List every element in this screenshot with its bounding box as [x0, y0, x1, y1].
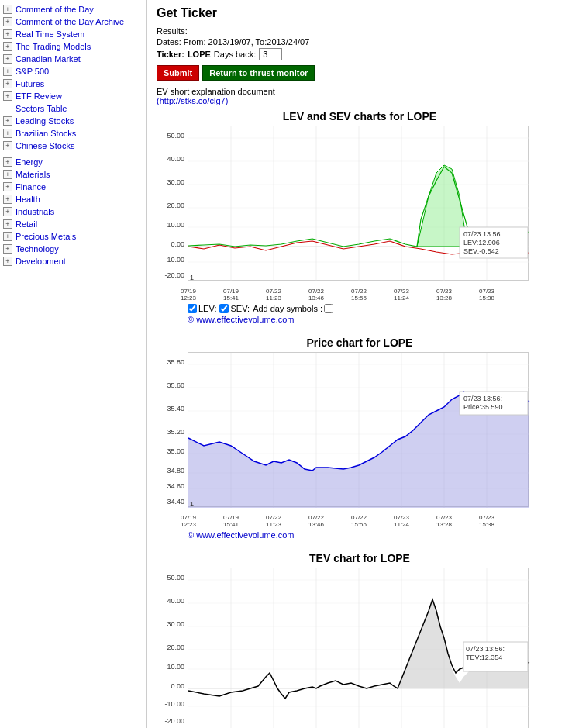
days-back-input[interactable] — [259, 48, 282, 60]
svg-text:13:46: 13:46 — [308, 295, 325, 302]
svg-text:07/19: 07/19 — [223, 288, 239, 295]
svg-text:07/23: 07/23 — [394, 288, 410, 295]
plus-icon: + — [3, 219, 12, 229]
lev-sev-chart-section: LEV and SEV charts for LOPE 50.00 40.00 … — [157, 110, 563, 324]
svg-text:07/19: 07/19 — [181, 288, 197, 295]
svg-text:07/22: 07/22 — [351, 514, 367, 521]
svg-text:40.00: 40.00 — [167, 155, 184, 163]
sidebar-item-label: Retail — [16, 219, 37, 229]
svg-text:35.00: 35.00 — [167, 447, 184, 455]
svg-text:15:55: 15:55 — [351, 295, 367, 302]
svg-text:-20.00: -20.00 — [164, 271, 184, 279]
svg-text:07/23: 07/23 — [394, 514, 410, 521]
svg-text:20.00: 20.00 — [167, 202, 184, 209]
sidebar-item-finance[interactable]: + Finance — [0, 181, 146, 193]
plus-icon: + — [3, 170, 12, 179]
svg-text:30.00: 30.00 — [167, 178, 184, 186]
svg-text:07/22: 07/22 — [266, 514, 282, 521]
svg-text:0.00: 0.00 — [171, 240, 184, 248]
sidebar-item-label: Health — [16, 195, 40, 204]
sidebar-item-label: Comment of the Day Archive — [16, 17, 124, 26]
ev-doc-link[interactable]: (http://stks.co/clg7) — [157, 96, 228, 105]
svg-text:35.20: 35.20 — [167, 428, 184, 436]
svg-text:07/23 13:56:: 07/23 13:56: — [463, 395, 502, 402]
sidebar-item-futures[interactable]: + Futures — [0, 78, 146, 90]
sidebar-item-label: Canadian Market — [16, 54, 81, 64]
sidebar-item-label: Industrials — [16, 207, 54, 216]
svg-text:-20.00: -20.00 — [164, 717, 184, 725]
sidebar-item-materials[interactable]: + Materials — [0, 168, 146, 181]
sidebar-item-health[interactable]: + Health — [0, 193, 146, 205]
sidebar-item-brazilian-stocks[interactable]: + Brazilian Stocks — [0, 127, 146, 140]
sidebar-item-energy[interactable]: + Energy — [0, 156, 146, 168]
sidebar-item-technology[interactable]: + Technology — [0, 243, 146, 255]
svg-text:11:23: 11:23 — [266, 521, 282, 528]
plus-icon: + — [3, 244, 12, 254]
svg-text:11:24: 11:24 — [394, 521, 410, 528]
results-section: Results: Dates: From: 2013/19/07, To:201… — [157, 26, 563, 60]
svg-text:10.00: 10.00 — [167, 663, 184, 671]
sidebar-item-real-time-system[interactable]: + Real Time System — [0, 28, 146, 40]
ev-doc-text: EV short explanation document — [157, 87, 275, 96]
svg-text:15:38: 15:38 — [479, 295, 495, 302]
sidebar-item-comment-day-archive[interactable]: + Comment of the Day Archive — [0, 16, 146, 28]
svg-text:11:24: 11:24 — [394, 295, 410, 302]
svg-text:34.60: 34.60 — [167, 482, 184, 490]
svg-text:07/23: 07/23 — [479, 288, 495, 295]
sidebar-item-label: Futures — [16, 79, 44, 88]
button-row: Submit Return to thrust monitor — [157, 65, 563, 81]
svg-text:34.80: 34.80 — [167, 467, 184, 474]
ticker-label: Ticker: — [157, 50, 184, 59]
sidebar-item-comment-day[interactable]: + Comment of the Day — [0, 3, 146, 16]
add-day-checkbox-label[interactable]: Add day symbols : — [253, 304, 333, 313]
return-button[interactable]: Return to thrust monitor — [202, 65, 315, 81]
sidebar-item-development[interactable]: + Development — [0, 255, 146, 267]
sidebar-item-sectors-table[interactable]: Sectors Table — [0, 102, 146, 115]
submit-button[interactable]: Submit — [157, 65, 199, 81]
lev-checkbox[interactable] — [188, 304, 197, 313]
plus-icon: + — [3, 157, 12, 167]
svg-text:15:41: 15:41 — [223, 295, 239, 302]
sidebar-item-precious-metals[interactable]: + Precious Metals — [0, 230, 146, 243]
sidebar-item-label: S&P 500 — [16, 67, 49, 76]
svg-text:07/23 13:56:: 07/23 13:56: — [466, 645, 505, 653]
price-chart-section: Price chart for LOPE 35.80 35.60 35.40 3… — [157, 336, 563, 540]
ticker-value: LOPE — [188, 50, 211, 59]
chart1-copyright: © www.effectivevolume.com — [188, 315, 563, 324]
plus-icon: + — [3, 129, 12, 138]
sidebar: + Comment of the Day + Comment of the Da… — [0, 0, 147, 728]
sev-checkbox[interactable] — [219, 304, 229, 313]
add-day-label: Add day symbols : — [253, 304, 322, 313]
svg-text:07/23: 07/23 — [479, 514, 495, 521]
sidebar-item-sp500[interactable]: + S&P 500 — [0, 65, 146, 78]
svg-text:13:46: 13:46 — [308, 521, 325, 528]
sidebar-item-label: The Trading Models — [16, 42, 91, 51]
page-title: Get Ticker — [157, 6, 563, 20]
price-chart: 35.80 35.60 35.40 35.20 35.00 34.80 34.6… — [188, 352, 529, 507]
svg-text:07/22: 07/22 — [308, 514, 325, 521]
plus-icon: + — [3, 29, 12, 39]
sidebar-item-label: Energy — [16, 157, 43, 167]
add-day-checkbox[interactable] — [324, 304, 333, 313]
plus-icon: + — [3, 67, 12, 76]
svg-text:07/19: 07/19 — [181, 514, 197, 521]
svg-text:13:28: 13:28 — [436, 521, 453, 528]
sidebar-item-industrials[interactable]: + Industrials — [0, 205, 146, 218]
sev-checkbox-label[interactable]: SEV: — [219, 304, 250, 313]
sidebar-item-etf-review[interactable]: + ETF Review — [0, 90, 146, 102]
chart3-title: TEV chart for LOPE — [157, 552, 563, 564]
sidebar-item-trading-models[interactable]: + The Trading Models — [0, 40, 146, 53]
svg-text:TEV:12.354: TEV:12.354 — [466, 654, 502, 661]
chart1-title: LEV and SEV charts for LOPE — [157, 110, 563, 122]
results-label: Results: — [157, 26, 563, 36]
lev-checkbox-label[interactable]: LEV: — [188, 304, 216, 313]
svg-text:15:55: 15:55 — [351, 521, 367, 528]
svg-text:15:41: 15:41 — [223, 521, 239, 528]
svg-text:13:28: 13:28 — [436, 295, 453, 302]
sidebar-item-chinese-stocks[interactable]: + Chinese Stocks — [0, 140, 146, 152]
sidebar-item-retail[interactable]: + Retail — [0, 218, 146, 230]
plus-icon: + — [3, 232, 12, 241]
sidebar-item-leading-stocks[interactable]: + Leading Stocks — [0, 115, 146, 127]
sidebar-item-canadian-market[interactable]: + Canadian Market — [0, 53, 146, 65]
chart2-copyright: © www.effectivevolume.com — [188, 530, 563, 540]
